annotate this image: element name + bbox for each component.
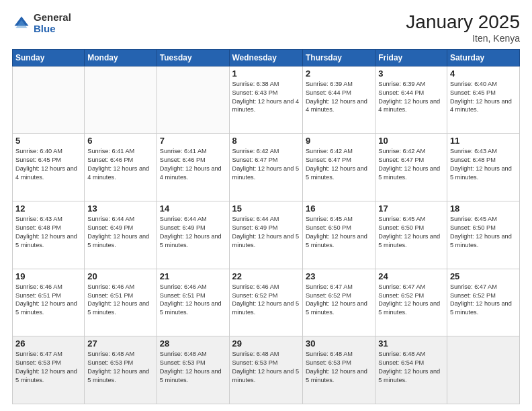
day-content: Sunrise: 6:47 AM Sunset: 6:52 PM Dayligh… [378, 283, 444, 318]
day-cell [13, 66, 85, 134]
day-content: Sunrise: 6:38 AM Sunset: 6:43 PM Dayligh… [232, 80, 300, 115]
day-number: 6 [87, 136, 153, 146]
day-number: 11 [450, 136, 517, 146]
day-cell: 30Sunrise: 6:48 AM Sunset: 6:53 PM Dayli… [302, 336, 375, 404]
day-cell: 3Sunrise: 6:39 AM Sunset: 6:44 PM Daylig… [375, 66, 447, 134]
page-header: General Blue January 2025 Iten, Kenya [12, 12, 520, 44]
day-content: Sunrise: 6:48 AM Sunset: 6:54 PM Dayligh… [378, 350, 444, 385]
day-cell: 9Sunrise: 6:42 AM Sunset: 6:47 PM Daylig… [302, 134, 375, 201]
header-day-wednesday: Wednesday [229, 49, 302, 66]
day-content: Sunrise: 6:48 AM Sunset: 6:53 PM Dayligh… [160, 350, 226, 385]
day-cell: 12Sunrise: 6:43 AM Sunset: 6:48 PM Dayli… [13, 201, 85, 269]
day-number: 20 [87, 271, 153, 281]
day-content: Sunrise: 6:40 AM Sunset: 6:45 PM Dayligh… [15, 147, 81, 182]
day-cell [157, 66, 229, 134]
day-number: 3 [378, 68, 444, 79]
day-content: Sunrise: 6:46 AM Sunset: 6:52 PM Dayligh… [232, 283, 300, 318]
day-content: Sunrise: 6:43 AM Sunset: 6:48 PM Dayligh… [15, 215, 81, 250]
day-content: Sunrise: 6:46 AM Sunset: 6:51 PM Dayligh… [160, 283, 226, 318]
day-cell: 21Sunrise: 6:46 AM Sunset: 6:51 PM Dayli… [157, 269, 229, 336]
logo-text: General Blue [34, 12, 71, 34]
day-cell: 24Sunrise: 6:47 AM Sunset: 6:52 PM Dayli… [375, 269, 447, 336]
day-number: 17 [378, 203, 444, 214]
day-cell: 19Sunrise: 6:46 AM Sunset: 6:51 PM Dayli… [13, 269, 85, 336]
day-cell: 14Sunrise: 6:44 AM Sunset: 6:49 PM Dayli… [157, 201, 229, 269]
day-number: 28 [160, 338, 226, 349]
day-content: Sunrise: 6:44 AM Sunset: 6:49 PM Dayligh… [160, 215, 226, 250]
header-day-friday: Friday [375, 49, 447, 66]
day-content: Sunrise: 6:41 AM Sunset: 6:46 PM Dayligh… [87, 147, 153, 182]
day-content: Sunrise: 6:44 AM Sunset: 6:49 PM Dayligh… [87, 215, 153, 250]
day-cell: 28Sunrise: 6:48 AM Sunset: 6:53 PM Dayli… [157, 336, 229, 404]
header-row: SundayMondayTuesdayWednesdayThursdayFrid… [13, 49, 520, 66]
day-number: 2 [306, 68, 372, 79]
day-cell: 2Sunrise: 6:39 AM Sunset: 6:44 PM Daylig… [302, 66, 375, 134]
day-number: 1 [232, 68, 300, 79]
day-cell: 4Sunrise: 6:40 AM Sunset: 6:45 PM Daylig… [447, 66, 519, 134]
day-content: Sunrise: 6:47 AM Sunset: 6:52 PM Dayligh… [306, 283, 372, 318]
day-cell: 31Sunrise: 6:48 AM Sunset: 6:54 PM Dayli… [375, 336, 447, 404]
day-cell: 6Sunrise: 6:41 AM Sunset: 6:46 PM Daylig… [85, 134, 157, 201]
day-cell: 13Sunrise: 6:44 AM Sunset: 6:49 PM Dayli… [85, 201, 157, 269]
day-content: Sunrise: 6:43 AM Sunset: 6:48 PM Dayligh… [450, 147, 517, 182]
day-number: 10 [378, 136, 444, 146]
day-cell: 11Sunrise: 6:43 AM Sunset: 6:48 PM Dayli… [447, 134, 519, 201]
day-number: 23 [306, 271, 372, 281]
day-number: 25 [450, 271, 517, 281]
logo-blue-text: Blue [34, 24, 71, 35]
day-cell: 25Sunrise: 6:47 AM Sunset: 6:52 PM Dayli… [447, 269, 519, 336]
day-cell: 22Sunrise: 6:46 AM Sunset: 6:52 PM Dayli… [229, 269, 302, 336]
logo: General Blue [12, 12, 71, 34]
week-row-4: 19Sunrise: 6:46 AM Sunset: 6:51 PM Dayli… [13, 269, 520, 336]
day-cell [447, 336, 519, 404]
day-content: Sunrise: 6:48 AM Sunset: 6:53 PM Dayligh… [232, 350, 300, 385]
week-row-2: 5Sunrise: 6:40 AM Sunset: 6:45 PM Daylig… [13, 134, 520, 201]
header-day-tuesday: Tuesday [157, 49, 229, 66]
day-cell: 15Sunrise: 6:44 AM Sunset: 6:49 PM Dayli… [229, 201, 302, 269]
day-number: 29 [232, 338, 300, 349]
month-title: January 2025 [406, 12, 520, 33]
day-number: 30 [306, 338, 372, 349]
day-cell: 10Sunrise: 6:42 AM Sunset: 6:47 PM Dayli… [375, 134, 447, 201]
day-number: 21 [160, 271, 226, 281]
calendar-page: General Blue January 2025 Iten, Kenya Su… [0, 0, 532, 411]
day-cell: 29Sunrise: 6:48 AM Sunset: 6:53 PM Dayli… [229, 336, 302, 404]
day-content: Sunrise: 6:41 AM Sunset: 6:46 PM Dayligh… [160, 147, 226, 182]
day-content: Sunrise: 6:48 AM Sunset: 6:53 PM Dayligh… [87, 350, 153, 385]
day-number: 9 [306, 136, 372, 146]
header-day-saturday: Saturday [447, 49, 519, 66]
calendar-table: SundayMondayTuesdayWednesdayThursdayFrid… [12, 49, 520, 404]
day-content: Sunrise: 6:46 AM Sunset: 6:51 PM Dayligh… [15, 283, 81, 318]
day-cell: 27Sunrise: 6:48 AM Sunset: 6:53 PM Dayli… [85, 336, 157, 404]
logo-general-text: General [34, 12, 71, 24]
header-day-thursday: Thursday [302, 49, 375, 66]
week-row-5: 26Sunrise: 6:47 AM Sunset: 6:53 PM Dayli… [13, 336, 520, 404]
day-content: Sunrise: 6:42 AM Sunset: 6:47 PM Dayligh… [232, 147, 300, 182]
day-cell: 18Sunrise: 6:45 AM Sunset: 6:50 PM Dayli… [447, 201, 519, 269]
day-number: 24 [378, 271, 444, 281]
day-cell: 20Sunrise: 6:46 AM Sunset: 6:51 PM Dayli… [85, 269, 157, 336]
day-cell: 8Sunrise: 6:42 AM Sunset: 6:47 PM Daylig… [229, 134, 302, 201]
logo-icon [12, 14, 31, 33]
day-number: 27 [87, 338, 153, 349]
week-row-3: 12Sunrise: 6:43 AM Sunset: 6:48 PM Dayli… [13, 201, 520, 269]
header-day-monday: Monday [85, 49, 157, 66]
day-content: Sunrise: 6:42 AM Sunset: 6:47 PM Dayligh… [378, 147, 444, 182]
day-content: Sunrise: 6:45 AM Sunset: 6:50 PM Dayligh… [450, 215, 517, 250]
day-cell: 1Sunrise: 6:38 AM Sunset: 6:43 PM Daylig… [229, 66, 302, 134]
week-row-1: 1Sunrise: 6:38 AM Sunset: 6:43 PM Daylig… [13, 66, 520, 134]
day-content: Sunrise: 6:42 AM Sunset: 6:47 PM Dayligh… [306, 147, 372, 182]
day-number: 13 [87, 203, 153, 214]
day-number: 19 [15, 271, 81, 281]
day-number: 8 [232, 136, 300, 146]
day-number: 5 [15, 136, 81, 146]
day-cell: 17Sunrise: 6:45 AM Sunset: 6:50 PM Dayli… [375, 201, 447, 269]
day-number: 4 [450, 68, 517, 79]
day-content: Sunrise: 6:47 AM Sunset: 6:52 PM Dayligh… [450, 283, 517, 318]
day-cell: 7Sunrise: 6:41 AM Sunset: 6:46 PM Daylig… [157, 134, 229, 201]
day-cell [85, 66, 157, 134]
day-number: 16 [306, 203, 372, 214]
day-content: Sunrise: 6:44 AM Sunset: 6:49 PM Dayligh… [232, 215, 300, 250]
day-number: 31 [378, 338, 444, 349]
day-number: 26 [15, 338, 81, 349]
